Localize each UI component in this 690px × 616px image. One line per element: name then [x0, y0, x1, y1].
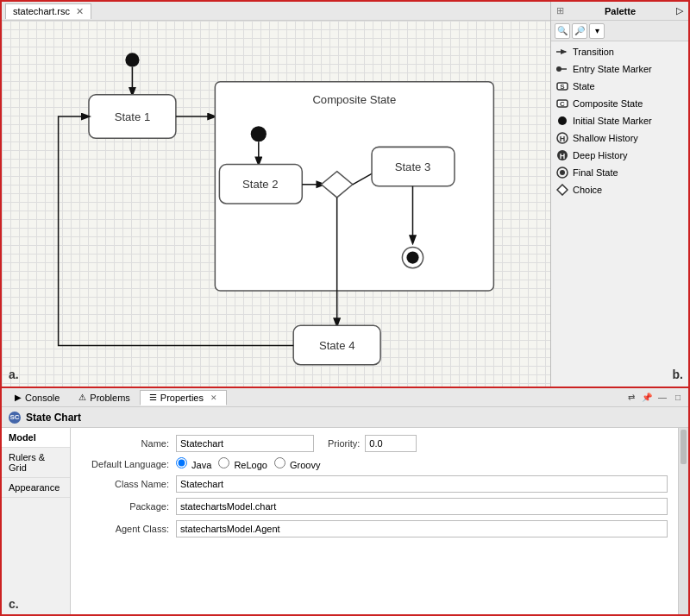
- diagram-tab[interactable]: statechart.rsc ✕: [5, 3, 91, 19]
- package-row: Package:: [81, 498, 668, 515]
- close-properties-icon[interactable]: ✕: [210, 393, 217, 402]
- initial-state-marker-icon: [556, 115, 568, 127]
- radio-groovy-label[interactable]: Groovy: [274, 457, 321, 470]
- tab-console-label: Console: [25, 393, 60, 403]
- palette-item-state[interactable]: S State: [551, 78, 688, 95]
- agent-class-row: Agent Class:: [81, 520, 668, 537]
- diagram-area-label: a.: [9, 368, 19, 381]
- bottom-section: ▶ Console ⚠ Problems ☰ Properties ✕ ⇄ 📌 …: [0, 388, 690, 616]
- radio-java[interactable]: [176, 457, 187, 468]
- close-tab-icon[interactable]: ✕: [76, 6, 84, 16]
- minimize-button[interactable]: —: [656, 391, 669, 405]
- palette-item-choice[interactable]: Choice: [551, 181, 688, 198]
- palette-label-state: State: [573, 81, 595, 91]
- props-content: Model Rulers & Grid Appearance Name: Pri…: [2, 428, 688, 614]
- default-language-row: Default Language: Java ReLogo Groovy: [81, 457, 668, 470]
- name-row: Name: Priority:: [81, 435, 668, 452]
- palette-label-entry-state-marker: Entry State Marker: [573, 64, 652, 74]
- svg-text:S: S: [560, 83, 565, 91]
- radio-relogo[interactable]: [218, 457, 229, 468]
- svg-text:H: H: [560, 135, 566, 143]
- priority-label: Priority:: [328, 438, 360, 449]
- problems-icon: ⚠: [78, 393, 86, 402]
- svg-text:C: C: [560, 100, 565, 108]
- radio-groovy[interactable]: [274, 457, 285, 468]
- svg-text:State 3: State 3: [395, 160, 431, 173]
- palette-item-initial-state-marker[interactable]: Initial State Marker: [551, 112, 688, 129]
- palette-zoom-in-button[interactable]: 🔍: [555, 23, 570, 39]
- radio-relogo-label[interactable]: ReLogo: [218, 457, 267, 470]
- palette-item-entry-state-marker[interactable]: Entry State Marker: [551, 60, 688, 78]
- top-section: statechart.rsc ✕ State 1: [0, 0, 690, 388]
- package-input[interactable]: [176, 498, 668, 515]
- svg-point-26: [560, 170, 565, 175]
- diagram-area: statechart.rsc ✕ State 1: [2, 2, 550, 387]
- entry-state-marker-icon: [556, 63, 568, 75]
- palette-toolbar: 🔍 🔎 ▾: [551, 21, 688, 41]
- palette-label-final-state: Final State: [573, 167, 618, 178]
- sidebar-item-model[interactable]: Model: [2, 428, 70, 448]
- props-scrollbar[interactable]: [678, 428, 688, 614]
- package-label: Package:: [81, 501, 176, 512]
- palette-menu-button[interactable]: ▾: [589, 23, 605, 39]
- tab-problems[interactable]: ⚠ Problems: [69, 390, 139, 405]
- sync-button[interactable]: ⇄: [624, 391, 638, 405]
- composite-state-icon: C: [556, 97, 568, 110]
- tab-problems-label: Problems: [90, 393, 129, 403]
- palette-item-final-state[interactable]: Final State: [551, 164, 688, 181]
- state-icon: S: [556, 80, 568, 92]
- properties-icon: ☰: [149, 393, 157, 402]
- class-name-label: Class Name:: [81, 479, 176, 489]
- palette-zoom-out-button[interactable]: 🔎: [572, 23, 587, 39]
- class-name-input[interactable]: [176, 475, 668, 493]
- name-label: Name:: [81, 438, 176, 449]
- name-input[interactable]: [176, 435, 314, 452]
- palette-label-choice: Choice: [573, 185, 602, 195]
- bottom-area-label: c.: [9, 597, 19, 611]
- agent-class-label: Agent Class:: [81, 524, 176, 534]
- console-icon: ▶: [15, 393, 22, 402]
- diagram-tab-bar: statechart.rsc ✕: [2, 2, 550, 21]
- default-lang-label: Default Language:: [81, 459, 176, 469]
- radio-java-label[interactable]: Java: [176, 457, 211, 470]
- sidebar-item-appearance[interactable]: Appearance: [2, 478, 70, 498]
- tab-properties[interactable]: ☰ Properties ✕: [140, 390, 227, 405]
- palette-label-composite-state: Composite State: [573, 98, 643, 109]
- priority-input[interactable]: [365, 435, 417, 452]
- state-chart-icon: SC: [9, 412, 21, 424]
- diagram-canvas[interactable]: State 1 Composite State State 2: [2, 21, 550, 387]
- palette-item-shallow-history[interactable]: H Shallow History: [551, 129, 688, 147]
- palette-area-label: b.: [673, 368, 683, 381]
- svg-text:H: H: [560, 152, 566, 160]
- palette-label-shallow-history: Shallow History: [573, 133, 638, 143]
- svg-text:Composite State: Composite State: [312, 93, 396, 106]
- maximize-button[interactable]: □: [671, 391, 685, 405]
- palette-label-initial-state-marker: Initial State Marker: [573, 116, 652, 126]
- tab-console[interactable]: ▶ Console: [5, 390, 69, 405]
- main-container: statechart.rsc ✕ State 1: [0, 0, 690, 616]
- agent-class-input[interactable]: [176, 520, 668, 537]
- sidebar-item-rulers-grid[interactable]: Rulers & Grid: [2, 448, 70, 478]
- props-main: Name: Priority: Default Language: Java R…: [71, 428, 678, 614]
- deep-history-icon: H: [556, 149, 568, 161]
- palette-header: ⊞ Palette ▷: [551, 2, 688, 21]
- svg-point-20: [558, 116, 567, 125]
- transition-icon: [556, 46, 568, 58]
- choice-icon: [556, 184, 568, 196]
- palette-expand-icon[interactable]: ▷: [676, 5, 683, 16]
- svg-point-15: [556, 66, 561, 72]
- props-header-title: State Chart: [26, 412, 81, 424]
- props-sidebar: Model Rulers & Grid Appearance: [2, 428, 71, 614]
- language-radio-group: Java ReLogo Groovy: [176, 457, 320, 470]
- svg-text:State 1: State 1: [115, 110, 151, 123]
- props-scroll-thumb[interactable]: [681, 430, 687, 464]
- palette-label-transition: Transition: [573, 47, 614, 57]
- svg-text:State 4: State 4: [319, 339, 355, 352]
- palette-item-deep-history[interactable]: H Deep History: [551, 147, 688, 164]
- pin-button[interactable]: 📌: [640, 391, 654, 405]
- palette-label-deep-history: Deep History: [573, 150, 628, 160]
- palette-item-composite-state[interactable]: C Composite State: [551, 95, 688, 112]
- palette-items-list: Transition Entry State Marker S State: [551, 41, 688, 387]
- bottom-tab-bar: ▶ Console ⚠ Problems ☰ Properties ✕ ⇄ 📌 …: [2, 388, 688, 407]
- palette-item-transition[interactable]: Transition: [551, 43, 688, 60]
